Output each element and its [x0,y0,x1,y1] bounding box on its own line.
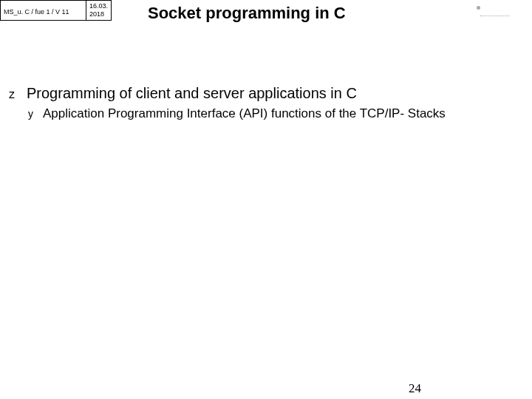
date-top: 16.03. [89,2,108,10]
slide-title: Socket programming in C [148,4,346,23]
date-bottom: 2018 [89,10,108,18]
header-box: MS_u. C / fue 1 / V 11 16.03. 2018 [0,0,112,21]
decor-line-icon [480,16,510,16]
doc-ref-cell: MS_u. C / fue 1 / V 11 [1,1,86,20]
sub-bullet-row: y Application Programming Interface (API… [28,106,532,121]
decor-group [477,6,510,16]
sub-bullet-text: Application Programming Interface (API) … [43,106,446,121]
main-bullet-text: Programming of client and server applica… [27,85,357,102]
bullet-main-icon: z [9,88,22,101]
page-number: 24 [409,381,421,396]
doc-ref: MS_u. C / fue 1 / V 11 [4,8,69,16]
decor-dot-icon [477,6,480,10]
main-bullet-row: z Programming of client and server appli… [9,85,532,102]
bullet-sub-icon: y [28,108,40,120]
content-area: z Programming of client and server appli… [9,85,532,121]
date-cell: 16.03. 2018 [86,1,111,20]
